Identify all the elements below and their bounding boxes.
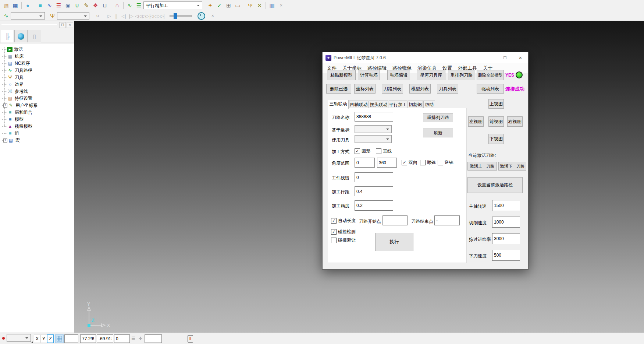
angle-from-input[interactable] — [355, 158, 375, 168]
edit-stock-button[interactable]: 毛坯编辑 — [387, 70, 410, 80]
close-panel-icon[interactable]: × — [67, 22, 73, 28]
ruler-icon[interactable]: ▭ — [233, 1, 242, 10]
tool-list-button[interactable]: 刀具列表 — [437, 84, 458, 94]
cursor-x-input[interactable] — [80, 334, 96, 343]
to-start-icon[interactable]: |◁◁ — [149, 13, 157, 19]
tree-item-patterns[interactable]: Ж参考线 — [0, 88, 74, 95]
toolpath-list-button[interactable]: 刀路列表 — [382, 84, 403, 94]
axis-x-button[interactable]: X — [34, 334, 40, 343]
end-point-input[interactable] — [434, 215, 460, 225]
tree-item-boundaries[interactable]: ○边界 — [0, 81, 74, 88]
checkbox-circular[interactable]: ✓圆形 — [355, 148, 370, 154]
dialog-titlebar[interactable]: ★ PowerMILL 忆梦星河 7.0.6 – □ × — [323, 52, 528, 63]
calc-stock-button[interactable]: 计算毛坯 — [358, 70, 380, 80]
rearrange-toolpaths-button[interactable]: 重排列刀路 — [448, 70, 475, 80]
fast-forward-icon[interactable]: ▷▷ — [142, 13, 149, 19]
step-forward-icon[interactable]: |▷ — [127, 13, 135, 19]
checkbox-climb[interactable]: 顺铣 — [420, 159, 436, 166]
drive-list-button[interactable]: 驱动列表 — [477, 84, 504, 94]
tree-item-feature-sets[interactable]: ▧特征设置 — [0, 95, 74, 102]
open-file-icon[interactable]: ▧ — [1, 1, 11, 10]
maximize-button[interactable]: □ — [497, 52, 513, 63]
swap-tools-icon[interactable]: ✕ — [255, 1, 264, 10]
checkbox-conventional[interactable]: 逆铣 — [438, 159, 453, 166]
tab-3axis[interactable]: 三轴联动 — [328, 100, 349, 109]
tree-item-toolpaths[interactable]: ∿刀具路径 — [0, 67, 74, 74]
pause-icon[interactable]: || — [113, 13, 120, 19]
sim-toolpath-combobox[interactable] — [11, 12, 45, 20]
cylinders-icon[interactable]: ▥ — [267, 1, 277, 10]
float-panel-icon[interactable]: ⊡ — [59, 22, 66, 28]
tab-explorer-tree[interactable]: ╠ — [1, 30, 14, 42]
tab-cut-saw[interactable]: 切割锯 — [408, 101, 423, 108]
tree-item-models[interactable]: ■模型 — [0, 116, 74, 123]
tool-pair-icon[interactable]: Ψ — [246, 1, 255, 10]
delete-selected-button[interactable]: 删除已选 — [326, 84, 351, 94]
tolerance-input[interactable] — [355, 200, 393, 211]
tree-item-activate[interactable]: ▶激活 — [0, 46, 74, 53]
resize-grip[interactable] — [31, 341, 33, 343]
list-small-icon[interactable]: ☰ — [131, 336, 135, 341]
active-toolpath-combobox[interactable]: 平行精加工 — [143, 1, 202, 9]
toolpath-coil-icon[interactable]: ∿ — [125, 1, 134, 10]
fox-simulate-icon[interactable]: ✦ — [206, 1, 215, 10]
paste-new-model-button[interactable]: 粘贴新模型 — [327, 70, 356, 80]
view-right-button[interactable]: 右视图 — [507, 116, 523, 127]
cursor-z-input[interactable] — [114, 334, 130, 343]
to-end-icon[interactable]: ▷▷| — [157, 13, 164, 19]
crosshair-icon[interactable]: ✛ — [139, 336, 142, 341]
shaded-ball-icon[interactable]: ● — [23, 1, 32, 10]
toolpath-list-icon[interactable]: ☰ — [134, 1, 143, 10]
checkbox-linear[interactable]: 直线 — [376, 148, 392, 154]
spindle-speed-input[interactable] — [492, 200, 520, 211]
skim-feed-input[interactable] — [492, 233, 520, 244]
tree-item-machine[interactable]: ▦机床 — [0, 53, 74, 60]
pattern-lines-icon[interactable]: ☰ — [54, 1, 63, 10]
rewind-icon[interactable]: ◁◁ — [135, 13, 142, 19]
cursor-y-input[interactable] — [97, 334, 113, 343]
pause-device-icon[interactable]: || — [188, 335, 193, 343]
save-icon[interactable]: ▦ — [11, 1, 20, 10]
use-tool-select[interactable] — [355, 135, 392, 143]
view-bottom-button[interactable]: 下视图 — [488, 134, 504, 144]
tree-item-workplanes[interactable]: +✎用户坐标系 — [0, 102, 74, 109]
toolpath-coil-icon[interactable]: ∿ — [1, 12, 11, 20]
plunge-speed-input[interactable] — [492, 250, 520, 261]
status-combobox[interactable] — [7, 334, 31, 342]
view-top-button[interactable]: 上视图 — [488, 99, 504, 109]
rearrange-button[interactable]: 重排列刀路 — [423, 113, 453, 122]
angle-to-input[interactable] — [377, 158, 397, 168]
stepover-input[interactable] — [355, 186, 393, 196]
calculator-icon[interactable]: ⊞ — [224, 1, 233, 10]
tree-item-groups[interactable]: ■组 — [0, 130, 74, 137]
expand-plus-icon[interactable]: + — [3, 138, 7, 143]
tree-item-levels[interactable]: ≡层和组合 — [0, 109, 74, 116]
model-list-button[interactable]: 模型列表 — [409, 84, 431, 94]
toolbar-close-icon[interactable]: × — [208, 12, 217, 20]
bulb-icon[interactable]: ○ — [93, 12, 102, 20]
sim-tool-combobox[interactable] — [57, 12, 89, 20]
toolbar-close-icon[interactable]: × — [277, 1, 286, 10]
play-icon[interactable]: ▷ — [105, 13, 113, 19]
tree-item-nc-program[interactable]: ▤NC程序 — [0, 60, 74, 67]
tab-recycle-bin[interactable]: ▯ — [28, 30, 41, 42]
toolpath-name-input[interactable] — [355, 112, 393, 122]
slider-thumb[interactable] — [174, 13, 177, 19]
start-point-input[interactable] — [383, 215, 408, 225]
ball-tool-icon[interactable]: ◉ — [63, 1, 72, 10]
collision-check-icon[interactable]: ∩ — [113, 1, 122, 10]
block-icon[interactable]: ■ — [36, 1, 45, 10]
checkbox-collision-avoid[interactable]: 碰撞避让 — [331, 237, 356, 243]
refresh-button[interactable]: 刷新 — [423, 129, 453, 137]
expand-plus-icon[interactable]: + — [3, 103, 7, 108]
tool-icon[interactable]: Ψ — [48, 12, 57, 20]
stock-remain-input[interactable] — [355, 172, 393, 182]
status-blank-input[interactable] — [64, 334, 78, 343]
tool-library-button[interactable]: 星河刀具库 — [417, 70, 445, 80]
based-coord-select[interactable] — [355, 125, 392, 133]
tab-4axis[interactable]: 四轴联动 — [349, 101, 369, 108]
minimize-button[interactable]: – — [482, 52, 497, 63]
raster-toolpath-icon[interactable]: ∿ — [45, 1, 54, 10]
set-active-path-button[interactable]: 设置当前激活路径 — [467, 177, 523, 193]
panel-grip[interactable] — [1, 24, 57, 26]
